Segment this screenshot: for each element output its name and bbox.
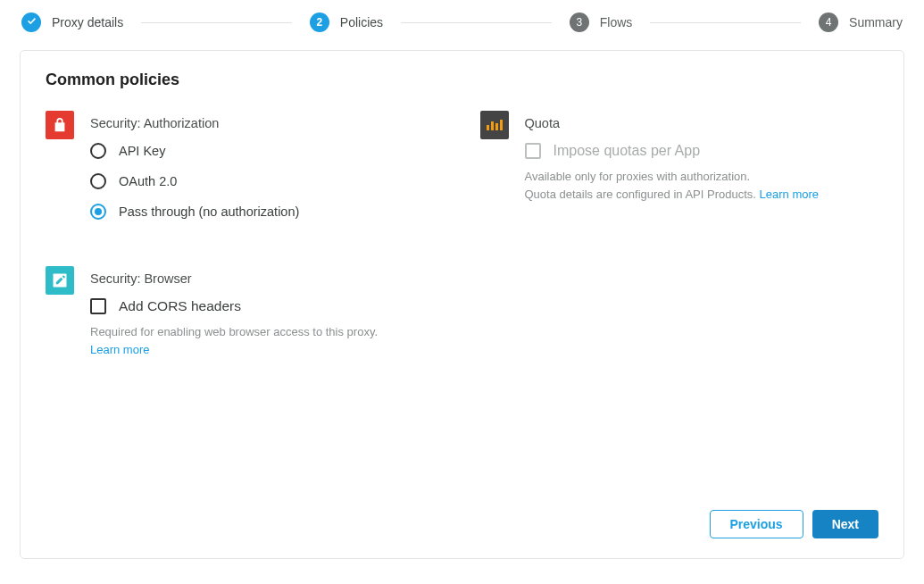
step-label: Proxy details (52, 15, 123, 29)
pencil-icon (46, 266, 74, 295)
step-connector (141, 22, 292, 23)
radio-label: Pass through (no authorization) (119, 204, 299, 219)
radio-api-key[interactable]: API Key (90, 143, 445, 159)
wizard-footer: Previous Next (46, 492, 878, 538)
radio-icon (90, 143, 106, 159)
policies-card: Common policies Security: Authorization … (20, 50, 904, 559)
svg-rect-3 (495, 123, 498, 130)
step-connector (650, 22, 801, 23)
step-label: Policies (340, 15, 383, 29)
step-label: Flows (600, 15, 633, 29)
radio-label: API Key (119, 144, 165, 158)
lock-icon (46, 111, 74, 139)
step-number-icon: 4 (819, 13, 838, 32)
helper-text: Required for enabling web browser access… (90, 323, 445, 358)
security-authorization-section: Security: Authorization API Key OAuth 2.… (46, 111, 445, 234)
learn-more-link[interactable]: Learn more (760, 188, 819, 201)
section-title: Security: Authorization (90, 111, 445, 130)
step-summary[interactable]: 4 Summary (819, 13, 903, 32)
radio-icon (90, 204, 106, 220)
wizard-stepper: Proxy details 2 Policies 3 Flows 4 Summa… (20, 13, 904, 32)
bar-chart-icon (480, 111, 509, 139)
section-title: Quota (525, 111, 879, 130)
learn-more-link[interactable]: Learn more (90, 343, 149, 356)
page-title: Common policies (46, 71, 878, 89)
checkbox-add-cors[interactable]: Add CORS headers (90, 298, 445, 314)
step-connector (401, 22, 552, 23)
step-flows[interactable]: 3 Flows (570, 13, 633, 32)
step-number-icon: 2 (310, 13, 329, 32)
check-icon (21, 13, 41, 32)
radio-icon (90, 173, 106, 189)
step-number-icon: 3 (570, 13, 589, 32)
next-button[interactable]: Next (812, 510, 878, 538)
right-column: Quota Impose quotas per App Available on… (480, 111, 879, 390)
content-grid: Security: Authorization API Key OAuth 2.… (46, 111, 878, 390)
radio-oauth[interactable]: OAuth 2.0 (90, 173, 445, 189)
left-column: Security: Authorization API Key OAuth 2.… (46, 111, 445, 390)
step-proxy-details[interactable]: Proxy details (21, 13, 123, 32)
radio-passthrough[interactable]: Pass through (no authorization) (90, 204, 445, 220)
checkbox-label: Add CORS headers (119, 298, 241, 314)
helper-text: Available only for proxies with authoriz… (525, 168, 879, 203)
svg-rect-2 (491, 121, 494, 130)
step-policies[interactable]: 2 Policies (310, 13, 383, 32)
step-label: Summary (849, 15, 903, 29)
section-title: Security: Browser (90, 266, 445, 286)
radio-label: OAuth 2.0 (119, 174, 177, 188)
checkbox-impose-quotas: Impose quotas per App (525, 143, 879, 159)
quota-section: Quota Impose quotas per App Available on… (480, 111, 879, 203)
svg-rect-4 (500, 120, 503, 130)
security-browser-section: Security: Browser Add CORS headers Requi… (46, 266, 445, 358)
previous-button[interactable]: Previous (710, 510, 803, 538)
checkbox-icon (90, 298, 106, 314)
checkbox-icon (525, 143, 541, 159)
checkbox-label: Impose quotas per App (554, 143, 701, 159)
svg-rect-1 (487, 125, 489, 130)
